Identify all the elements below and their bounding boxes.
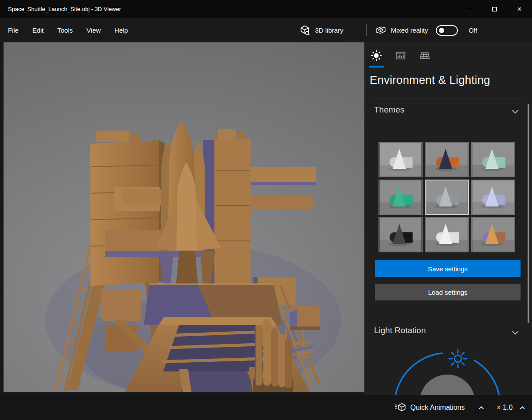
tab-environment-lighting[interactable] — [369, 49, 384, 63]
mixed-reality-label: Mixed reality — [391, 26, 428, 34]
mixed-reality-group: Mixed reality Off — [375, 18, 477, 42]
theme-thumbnail-navy-orange[interactable] — [425, 142, 469, 177]
dial-knob[interactable] — [420, 375, 475, 395]
theme-thumbnail-lavender[interactable] — [471, 180, 515, 215]
toggle-knob — [439, 28, 444, 33]
chevron-down-icon[interactable] — [510, 328, 520, 338]
viewport-3d[interactable] — [4, 42, 364, 392]
tab-stats[interactable] — [393, 49, 408, 63]
sun-icon — [371, 50, 382, 61]
toolbar-divider — [366, 24, 367, 36]
chevron-down-icon[interactable] — [510, 107, 520, 116]
save-settings-button[interactable]: Save settings — [375, 260, 521, 277]
menu-edit[interactable]: Edit — [32, 26, 44, 34]
chevron-up-icon[interactable] — [477, 404, 486, 412]
theme-thumbnail-mint[interactable] — [471, 142, 515, 177]
content-area: Environment & Lighting Themes Save setti… — [0, 42, 532, 395]
window-controls: ✕ — [457, 0, 532, 18]
themes-grid — [378, 142, 515, 252]
quick-animations-button[interactable]: Quick Animations — [410, 395, 465, 420]
light-rotation-section-label[interactable]: Light Rotation — [374, 326, 426, 335]
dial-sun-icon[interactable] — [449, 350, 467, 368]
menu-tools[interactable]: Tools — [57, 26, 73, 34]
light-rotation-dial[interactable] — [364, 347, 532, 395]
maximize-icon — [492, 7, 497, 11]
chevron-up-icon[interactable] — [518, 404, 527, 412]
divider — [370, 98, 527, 98]
window-title: Space_Shuttle_Launch_Site.obj - 3D Viewe… — [8, 0, 121, 18]
menu-help[interactable]: Help — [114, 26, 128, 34]
minimize-icon — [467, 9, 472, 9]
playback-speed-button[interactable]: × 1.0 — [497, 395, 513, 420]
mixed-reality-icon — [375, 25, 386, 36]
shuttle-launch-site-model — [4, 42, 364, 392]
app-window: Space_Shuttle_Launch_Site.obj - 3D Viewe… — [0, 0, 532, 420]
close-icon: ✕ — [517, 6, 522, 12]
close-button[interactable]: ✕ — [507, 0, 532, 18]
theme-thumbnail-black[interactable] — [378, 217, 423, 252]
titlebar: Space_Shuttle_Launch_Site.obj - 3D Viewe… — [0, 0, 532, 18]
theme-thumbnail-green[interactable] — [378, 180, 423, 215]
theme-thumbnail-bright-white[interactable] — [425, 217, 469, 252]
theme-thumbnail-white[interactable] — [378, 142, 423, 177]
menubar: File Edit Tools View Help 3D library Mix… — [0, 18, 532, 42]
panel-tabs — [369, 49, 432, 63]
bottombar: Quick Animations × 1.0 — [0, 395, 532, 420]
tab-environment-grid[interactable] — [417, 49, 432, 63]
environment-panel: Environment & Lighting Themes Save setti… — [364, 42, 532, 395]
themes-section-label[interactable]: Themes — [374, 105, 405, 115]
stats-board-icon — [395, 50, 406, 61]
minimize-button[interactable] — [457, 0, 482, 18]
active-tab-indicator — [369, 66, 384, 68]
panel-scrollbar[interactable] — [528, 104, 529, 323]
divider — [370, 321, 527, 321]
menu-file[interactable]: File — [8, 26, 19, 34]
theme-thumbnail-gray[interactable] — [425, 180, 469, 215]
perspective-grid-icon — [419, 50, 431, 61]
small-box — [290, 306, 320, 330]
3d-library-label: 3D library — [315, 26, 343, 34]
menu-view[interactable]: View — [86, 26, 101, 34]
mixed-reality-state: Off — [468, 26, 477, 34]
load-settings-button[interactable]: Load settings — [375, 284, 521, 300]
3d-library-cube-icon — [299, 25, 311, 36]
panel-title: Environment & Lighting — [370, 73, 490, 87]
mixed-reality-toggle[interactable] — [436, 25, 458, 36]
maximize-button[interactable] — [482, 0, 507, 18]
3d-library-button[interactable]: 3D library — [299, 18, 343, 42]
menu-items: File Edit Tools View Help — [8, 18, 128, 42]
theme-thumbnail-purple-orange[interactable] — [471, 217, 515, 252]
quick-animations-icon — [394, 402, 407, 413]
